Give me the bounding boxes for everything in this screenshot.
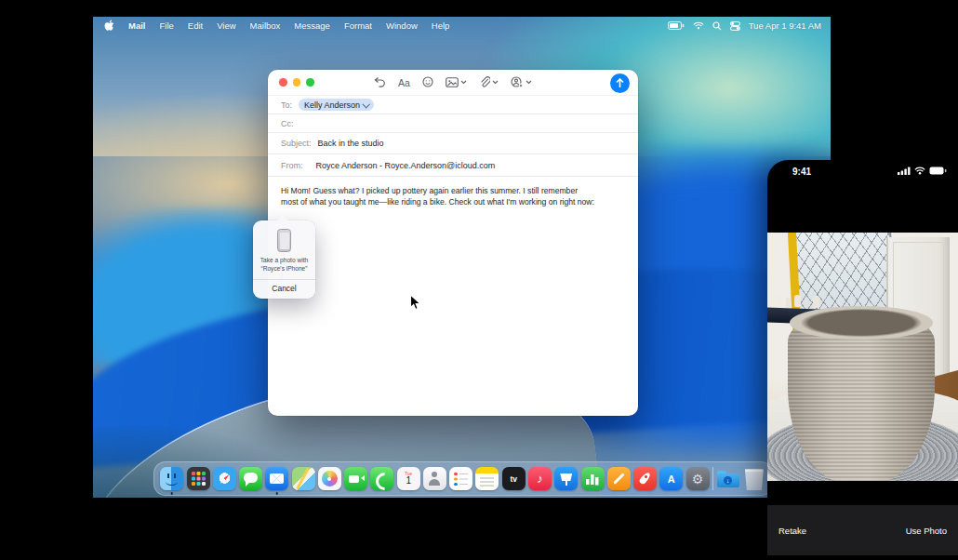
dock-icon-maps[interactable] bbox=[292, 467, 315, 490]
wifi-icon[interactable] bbox=[693, 21, 704, 30]
gear-icon: ⚙ bbox=[692, 472, 704, 487]
cellular-signal-icon bbox=[898, 167, 911, 177]
menu-item-help[interactable]: Help bbox=[432, 20, 450, 31]
dock-icon-settings[interactable]: ⚙ bbox=[686, 467, 710, 490]
menu-item-window[interactable]: Window bbox=[386, 20, 418, 31]
dock-icon-games[interactable] bbox=[633, 467, 657, 490]
chevron-down-icon bbox=[492, 80, 499, 85]
menu-item-file[interactable]: File bbox=[159, 20, 173, 31]
cc-label: Cc: bbox=[281, 119, 294, 128]
subject-label: Subject: bbox=[281, 139, 312, 148]
to-label: To: bbox=[281, 100, 292, 110]
dock-icon-music[interactable]: ♪ bbox=[528, 467, 552, 490]
dock-icon-facetime[interactable] bbox=[344, 467, 367, 490]
message-body[interactable]: Hi Mom! Guess what? I picked up pottery … bbox=[268, 177, 610, 207]
appstore-logo-label: A bbox=[668, 473, 675, 485]
dock-icon-safari[interactable] bbox=[213, 467, 236, 490]
recipient-name: Kelly Anderson bbox=[304, 100, 360, 110]
dock-icon-apps[interactable] bbox=[187, 467, 210, 490]
cancel-button[interactable]: Cancel bbox=[253, 280, 315, 299]
chevron-down-icon bbox=[363, 100, 370, 108]
battery-icon[interactable] bbox=[668, 21, 685, 30]
battery-icon bbox=[929, 167, 947, 177]
menu-item-message[interactable]: Message bbox=[294, 20, 330, 31]
iphone-status-bar: 9:41 bbox=[767, 167, 958, 177]
dock-icon-mail[interactable] bbox=[265, 467, 288, 490]
attach-file-button[interactable] bbox=[479, 76, 499, 88]
menu-bar-clock[interactable]: Tue Apr 1 9:41 AM bbox=[749, 20, 821, 31]
send-arrow-icon bbox=[616, 78, 624, 88]
clay-bowl bbox=[788, 309, 935, 481]
dock-icon-finder[interactable] bbox=[160, 467, 183, 490]
mac-desktop: Mail File Edit View Mailbox Message Form… bbox=[93, 17, 831, 498]
camera-photo-preview bbox=[767, 233, 958, 481]
menu-item-view[interactable]: View bbox=[217, 20, 235, 31]
close-window-button[interactable] bbox=[279, 78, 287, 87]
iphone-clock: 9:41 bbox=[792, 167, 811, 177]
running-indicator bbox=[276, 492, 279, 495]
to-field[interactable]: To: Kelly Anderson bbox=[268, 95, 638, 113]
dock-separator bbox=[712, 467, 713, 490]
compose-titlebar[interactable]: Aa bbox=[268, 70, 638, 95]
photo-browser-button[interactable] bbox=[446, 77, 467, 87]
dock-icon-trash[interactable] bbox=[742, 467, 765, 490]
cc-field[interactable]: Cc: bbox=[268, 113, 638, 132]
dock: Tue 1 tv ♪ A ⚙ ↓ bbox=[153, 461, 773, 496]
iphone-camera-panel: 9:41 Retake Use Photo bbox=[767, 160, 958, 560]
insert-from-device-button[interactable] bbox=[511, 76, 532, 88]
dock-icon-downloads[interactable]: ↓ bbox=[716, 467, 739, 490]
send-button[interactable] bbox=[610, 73, 630, 93]
menu-item-mail[interactable]: Mail bbox=[128, 20, 145, 31]
menu-item-mailbox[interactable]: Mailbox bbox=[250, 20, 281, 31]
dock-icon-keynote[interactable] bbox=[554, 467, 578, 490]
control-center-icon[interactable] bbox=[730, 21, 740, 31]
menu-item-format[interactable]: Format bbox=[344, 20, 372, 31]
photo-action-bar: Retake Use Photo bbox=[767, 505, 958, 555]
dock-icon-photos[interactable] bbox=[318, 467, 341, 490]
dock-icon-notes[interactable] bbox=[475, 467, 499, 490]
iphone-device-icon bbox=[277, 229, 291, 252]
dock-icon-tv[interactable]: tv bbox=[502, 467, 526, 490]
subject-field[interactable]: Subject: Back in the studio bbox=[268, 132, 638, 153]
dock-icon-calendar[interactable]: Tue 1 bbox=[397, 467, 420, 490]
subject-value: Back in the studio bbox=[318, 139, 384, 148]
emoji-picker-icon[interactable] bbox=[422, 74, 433, 91]
use-photo-button[interactable]: Use Photo bbox=[906, 526, 947, 536]
download-arrow-icon: ↓ bbox=[724, 476, 732, 485]
apple-menu-icon[interactable] bbox=[104, 20, 114, 32]
format-text-button[interactable]: Aa bbox=[398, 77, 410, 88]
popover-line2: “Royce's iPhone” bbox=[257, 265, 312, 273]
mail-compose-window: Aa T bbox=[268, 70, 638, 416]
wifi-icon bbox=[914, 167, 925, 177]
pottery-vases bbox=[775, 294, 781, 306]
tv-logo-label: tv bbox=[510, 474, 517, 484]
from-value: Royce Anderson - Royce.Anderson@icloud.c… bbox=[316, 161, 496, 170]
chevron-down-icon bbox=[460, 80, 467, 85]
chevron-down-icon bbox=[526, 80, 532, 85]
dock-icon-messages[interactable] bbox=[239, 467, 262, 490]
dock-icon-phone[interactable] bbox=[370, 467, 393, 490]
retake-button[interactable]: Retake bbox=[778, 526, 806, 536]
recipient-token[interactable]: Kelly Anderson bbox=[299, 99, 374, 111]
dock-icon-contacts[interactable] bbox=[423, 467, 446, 490]
mouse-cursor bbox=[409, 294, 421, 315]
running-indicator bbox=[171, 492, 174, 495]
calendar-day-label: 1 bbox=[406, 476, 411, 486]
menu-bar: Mail File Edit View Mailbox Message Form… bbox=[93, 17, 831, 34]
zoom-window-button[interactable] bbox=[306, 78, 314, 87]
dock-icon-appstore[interactable]: A bbox=[659, 467, 683, 490]
undo-icon[interactable] bbox=[374, 74, 386, 91]
popover-line1: Take a photo with bbox=[257, 257, 312, 265]
take-photo-popover: Take a photo with “Royce's iPhone” Cance… bbox=[253, 220, 315, 299]
minimize-window-button[interactable] bbox=[293, 78, 301, 87]
screenshot-root: { "menu_bar": { "items": ["Mail", "File"… bbox=[0, 0, 958, 560]
spotlight-search-icon[interactable] bbox=[712, 21, 722, 31]
dock-icon-reminders[interactable] bbox=[449, 467, 472, 490]
from-field[interactable]: From: Royce Anderson - Royce.Anderson@ic… bbox=[268, 153, 638, 177]
music-note-icon: ♪ bbox=[537, 472, 543, 486]
dock-icon-numbers[interactable] bbox=[581, 467, 605, 490]
menu-item-edit[interactable]: Edit bbox=[188, 20, 203, 31]
from-label: From: bbox=[281, 161, 303, 170]
dock-icon-pages[interactable] bbox=[607, 467, 631, 490]
